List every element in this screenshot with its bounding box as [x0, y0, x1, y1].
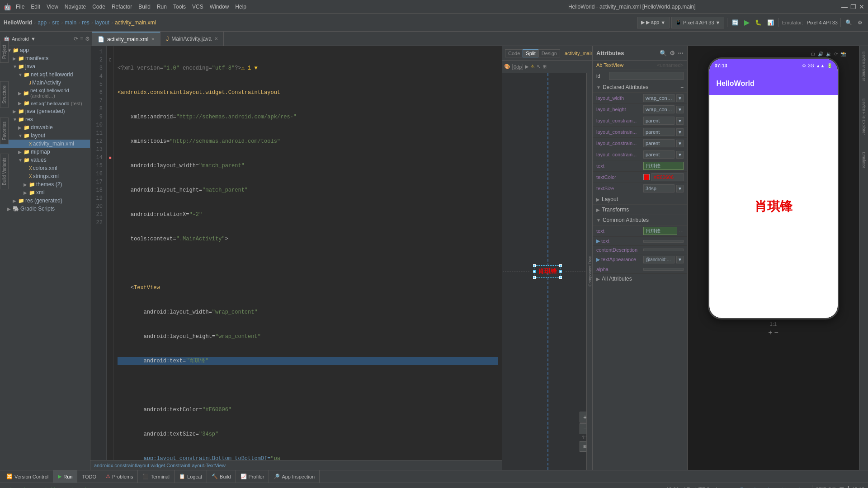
attr-value-constrain-4[interactable]: parent [643, 150, 675, 159]
menu-view[interactable]: View [44, 3, 61, 11]
declared-remove-icon[interactable]: − [680, 84, 684, 90]
attr-row-textsize[interactable]: textSize 34sp ▼ [593, 183, 687, 194]
attr-row-layout-width[interactable]: layout_width wrap_content ▼ [593, 93, 687, 104]
search-button[interactable]: 🔍 [844, 19, 854, 26]
tree-item-package-android[interactable]: ▶ 📁 net.xqf.helloworld (android…) [0, 87, 90, 99]
device-dropdown[interactable]: 📱 Pixel 4 API 33 ▼ [671, 17, 724, 28]
bottom-tab-profiler[interactable]: 📈 Profiler [236, 470, 269, 483]
em-volume-up[interactable]: 🔊 [818, 52, 823, 56]
common-attrs-section[interactable]: ▼ Common Attributes [593, 215, 687, 225]
tree-item-layout[interactable]: ▼ 📁 layout [0, 131, 90, 140]
design-tab-design[interactable]: Design [538, 49, 560, 57]
attr-more-icon[interactable]: ⋯ [678, 50, 684, 56]
attr-row-text-common[interactable]: text ⋯ [593, 225, 687, 237]
tree-item-package[interactable]: ▼ 📁 net.xqf.helloworld [0, 70, 90, 79]
tree-item-mainactivity[interactable]: J MainActivity [0, 79, 90, 87]
attr-dropdown-layout-width[interactable]: ▼ [676, 94, 684, 102]
bottom-tab-terminal[interactable]: ⬛ Terminal [138, 470, 175, 483]
attr-dropdown-constrain-1[interactable]: ▼ [676, 117, 684, 125]
menu-run[interactable]: Run [154, 3, 170, 11]
tab-close-2[interactable]: ✕ [214, 36, 218, 41]
warning-design-icon[interactable]: ⚠ [530, 64, 535, 70]
constraint-icon[interactable]: 0dp [512, 64, 523, 70]
layout-inspector-btn[interactable]: Layout Inspector [768, 487, 805, 488]
build-variants-side-tab[interactable]: Build Variants [0, 154, 9, 189]
menu-window[interactable]: Window [207, 3, 232, 11]
tree-item-xml[interactable]: ▶ 📁 xml [0, 188, 90, 197]
tree-item-themes[interactable]: ▶ 📁 themes (2) [0, 180, 90, 188]
em-volume-down[interactable]: 🔉 [826, 52, 831, 56]
tree-settings-icon[interactable]: ⚙ [85, 36, 90, 42]
select-icon[interactable]: ↖ [537, 64, 541, 70]
em-power-icon[interactable]: ⏻ [811, 52, 815, 56]
em-more[interactable]: ⋯ [849, 52, 853, 56]
color-swatch-textcolor[interactable] [643, 174, 650, 180]
tab-main-activity[interactable]: J MainActivity.java ✕ [160, 32, 223, 46]
attr-dropdown-constrain-4[interactable]: ▼ [676, 151, 684, 159]
position-label[interactable]: 13:26 [666, 487, 679, 488]
all-attrs-section[interactable]: ▶ All Attributes [593, 274, 687, 284]
tab-close-1[interactable]: ✕ [151, 37, 155, 42]
sync-button[interactable]: 🔄 [730, 19, 741, 26]
em-rotate[interactable]: ⟳ [834, 52, 838, 56]
tree-item-mipmap[interactable]: ▶ 📁 mipmap [0, 148, 90, 156]
attr-dropdown-constrain-2[interactable]: ▼ [676, 128, 684, 136]
run-config-dropdown[interactable]: ▶ ▶ app ▼ [637, 17, 670, 28]
attr-row-text-declared[interactable]: text [593, 160, 687, 172]
design-canvas[interactable]: 肖琪锋 + − 1:1 ⊞ [502, 73, 592, 470]
code-lines[interactable]: <?xml version="1.0" encoding="utf-8"?> ⚠… [114, 46, 502, 460]
bottom-tab-run[interactable]: ▶ Run [53, 470, 77, 483]
menu-navigate[interactable]: Navigate [62, 3, 89, 11]
attr-value-alpha[interactable] [643, 268, 684, 271]
bottom-tab-logcat[interactable]: 📋 Logcat [175, 470, 207, 483]
attr-value-content-desc[interactable] [643, 249, 684, 251]
em-zoom-in[interactable]: + [768, 328, 772, 337]
tree-sync-icon[interactable]: ⟳ [74, 36, 78, 42]
attr-row-constrain-3[interactable]: layout_constrain... parent ▼ [593, 138, 687, 149]
attr-search-icon[interactable]: 🔍 [660, 50, 667, 56]
tree-item-strings[interactable]: X strings.xml [0, 172, 90, 180]
bottom-tab-problems[interactable]: ⚠ Problems [101, 470, 138, 483]
profile-button[interactable]: 📊 [765, 19, 776, 26]
declared-add-icon[interactable]: + [675, 84, 679, 90]
attr-dropdown-text-appearance[interactable]: ▼ [676, 256, 684, 263]
attr-row-content-desc[interactable]: contentDescription [593, 246, 687, 254]
tree-item-drawable[interactable]: ▶ 📁 drawable [0, 123, 90, 131]
palette-icon[interactable]: 🎨 [504, 64, 510, 70]
attr-value-constrain-1[interactable]: parent [643, 117, 675, 125]
fold-indicator-2[interactable]: C [108, 58, 111, 63]
attr-value-textcolor[interactable]: #E60606 [651, 173, 684, 181]
attr-text-extra-icon[interactable]: ⋯ [679, 229, 684, 234]
line-ending-label[interactable]: LF [684, 487, 690, 488]
structure-side-tab[interactable]: Structure [0, 81, 9, 108]
restore-button[interactable]: ❐ [850, 3, 856, 10]
charset-label[interactable]: UTF-8 [695, 487, 709, 488]
project-side-tab[interactable]: Project [0, 41, 9, 63]
tree-item-res[interactable]: ▼ 📁 res [0, 115, 90, 123]
transform-icon[interactable]: ⊞ [542, 64, 547, 70]
bottom-tab-app-inspection[interactable]: 🔎 App Inspection [269, 470, 320, 483]
favorites-side-tab[interactable]: Favorites [0, 117, 9, 144]
tree-item-colors[interactable]: X colors.xml [0, 164, 90, 172]
emulator-tab[interactable]: Emulator [861, 148, 867, 172]
attr-id-input[interactable] [609, 72, 684, 80]
tree-item-values[interactable]: ▼ 📁 values [0, 156, 90, 164]
bottom-tab-build[interactable]: 🔨 Build [207, 470, 236, 483]
attr-row-alpha[interactable]: alpha [593, 265, 687, 274]
attr-row-text-sub[interactable]: ▶ text [593, 237, 687, 246]
attr-row-constrain-4[interactable]: layout_constrain... parent ▼ [593, 149, 687, 160]
component-tree-tab[interactable]: Component Tree [586, 73, 592, 470]
attr-value-layout-width[interactable]: wrap_content [643, 94, 675, 102]
attr-row-text-appearance[interactable]: ▶ textAppearance @android:style/Tex ▼ [593, 254, 687, 265]
tab-activity-main[interactable]: 📄 activity_main.xml ✕ [92, 32, 160, 46]
indent-label[interactable]: 4 spaces [715, 487, 735, 488]
editor-bc-textview[interactable]: TextView [206, 463, 226, 468]
menu-edit[interactable]: Edit [28, 3, 43, 11]
attr-value-constrain-3[interactable]: parent [643, 139, 675, 147]
attr-value-text-appearance[interactable]: @android:style/Tex [643, 256, 675, 263]
tree-item-activity-main[interactable]: X activity_main.xml [0, 140, 90, 148]
design-tab-code[interactable]: Code [505, 49, 523, 57]
attr-row-constrain-1[interactable]: layout_constrain... parent ▼ [593, 115, 687, 127]
device-file-tab[interactable]: Device File Explorer [861, 95, 867, 139]
design-tab-split[interactable]: Split [523, 49, 538, 57]
